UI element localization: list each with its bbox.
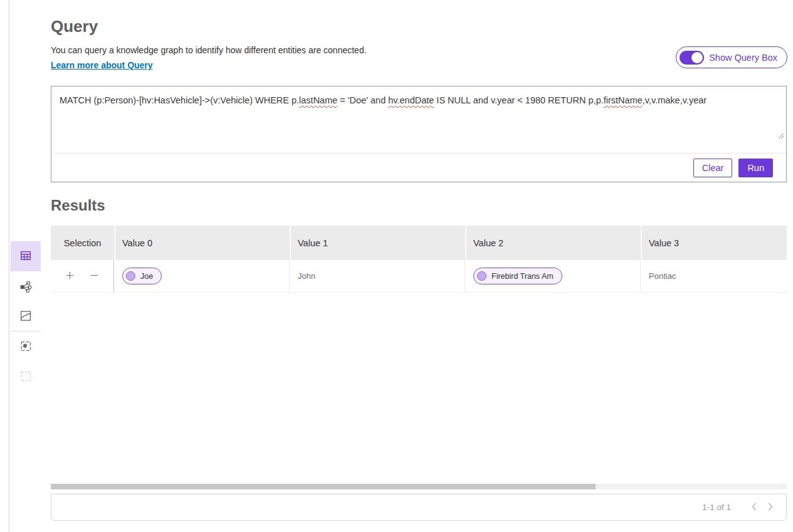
pagination-range-label: 1-1 of 1	[702, 503, 731, 512]
results-table: Selection Value 0 Value 1 Value 2 Value …	[51, 226, 787, 293]
horizontal-scrollbar[interactable]	[51, 484, 787, 489]
run-button[interactable]: Run	[738, 159, 773, 177]
query-box-footer: Clear Run	[51, 154, 786, 182]
cell-value0: Joe	[114, 260, 290, 292]
query-box-container: MATCH (p:Person)-[hv:HasVehicle]->(v:Veh…	[51, 86, 787, 182]
show-query-box-toggle[interactable]: Show Query Box	[676, 46, 787, 68]
entity-chip-label: Joe	[140, 272, 153, 281]
add-to-selection-button[interactable]	[66, 271, 74, 281]
table-icon	[19, 249, 32, 264]
query-segment-misspelled: lastName	[299, 95, 337, 105]
cell-value1: John	[290, 260, 465, 292]
map-icon	[19, 309, 33, 325]
resize-handle-icon[interactable]	[757, 121, 784, 151]
table-header-row: Selection Value 0 Value 1 Value 2 Value …	[51, 226, 787, 260]
column-header-selection: Selection	[51, 226, 114, 260]
query-page: Query You can query a knowledge graph to…	[0, 0, 793, 532]
clear-button[interactable]: Clear	[693, 159, 733, 177]
scrollbar-thumb[interactable]	[51, 484, 596, 489]
entity-dot-icon	[477, 271, 486, 281]
minus-icon	[90, 271, 98, 281]
chevron-right-icon	[768, 503, 773, 513]
query-segment: IS NULL and v.year < 1980 RETURN p,p.	[434, 95, 603, 105]
entity-chip[interactable]: Firebird Trans Am	[473, 268, 562, 284]
cell-value2: Firebird Trans Am	[465, 260, 641, 292]
toggle-switch-icon[interactable]	[680, 51, 704, 65]
add-to-map-icon	[19, 339, 33, 355]
column-header-value2: Value 2	[465, 226, 641, 260]
previous-page-button[interactable]	[746, 499, 762, 516]
sidebar-item-map-view[interactable]	[11, 301, 41, 331]
query-segment-misspelled: firstName	[604, 95, 643, 105]
entity-chip[interactable]: Joe	[122, 268, 162, 284]
entity-chip-label: Firebird Trans Am	[491, 272, 554, 281]
chevron-left-icon	[752, 503, 757, 513]
query-segment: ,v,v.make,v.year	[643, 95, 706, 105]
column-header-value0: Value 0	[114, 226, 290, 260]
toggle-label: Show Query Box	[709, 53, 777, 63]
page-description: You can query a knowledge graph to ident…	[51, 45, 367, 55]
sidebar-item-add-to-map[interactable]	[11, 331, 41, 362]
learn-more-link[interactable]: Learn more about Query	[51, 60, 153, 70]
sidebar-item-selection	[11, 362, 41, 392]
column-header-value3: Value 3	[641, 226, 787, 260]
remove-from-selection-button[interactable]	[90, 271, 98, 281]
column-header-value1: Value 1	[290, 226, 465, 260]
query-textarea[interactable]: MATCH (p:Person)-[hv:HasVehicle]->(v:Veh…	[51, 86, 786, 154]
cell-value3: Pontiac	[641, 260, 787, 292]
query-segment-misspelled: hv.endDate	[388, 95, 434, 105]
results-title: Results	[51, 197, 105, 214]
plus-icon	[66, 271, 74, 281]
sidebar-item-link-chart-view[interactable]	[11, 272, 41, 302]
selection-icon	[19, 369, 33, 385]
selection-cell	[51, 260, 114, 292]
panel-edge-divider	[9, 0, 9, 532]
page-title: Query	[51, 17, 98, 36]
entity-dot-icon	[126, 271, 135, 281]
query-segment: = 'Doe' and	[337, 95, 388, 105]
next-page-button[interactable]	[762, 499, 779, 516]
table-row: Joe John Firebird Trans Am Pontiac	[51, 260, 787, 293]
pagination-bar: 1-1 of 1	[51, 494, 787, 521]
sidebar-item-table-view[interactable]	[11, 241, 41, 271]
link-chart-icon	[19, 279, 33, 295]
query-segment: MATCH (p:Person)-[hv:HasVehicle]->(v:Veh…	[60, 95, 299, 105]
